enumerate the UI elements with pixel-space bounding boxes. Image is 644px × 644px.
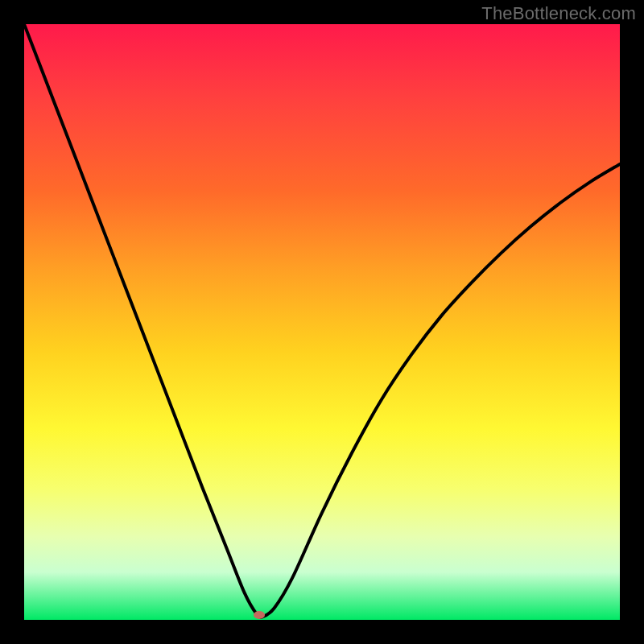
bottleneck-curve xyxy=(24,24,620,620)
watermark-text: TheBottleneck.com xyxy=(481,3,636,24)
optimal-point-marker xyxy=(254,611,265,619)
chart-frame: TheBottleneck.com xyxy=(0,0,644,644)
plot-area xyxy=(24,24,620,620)
